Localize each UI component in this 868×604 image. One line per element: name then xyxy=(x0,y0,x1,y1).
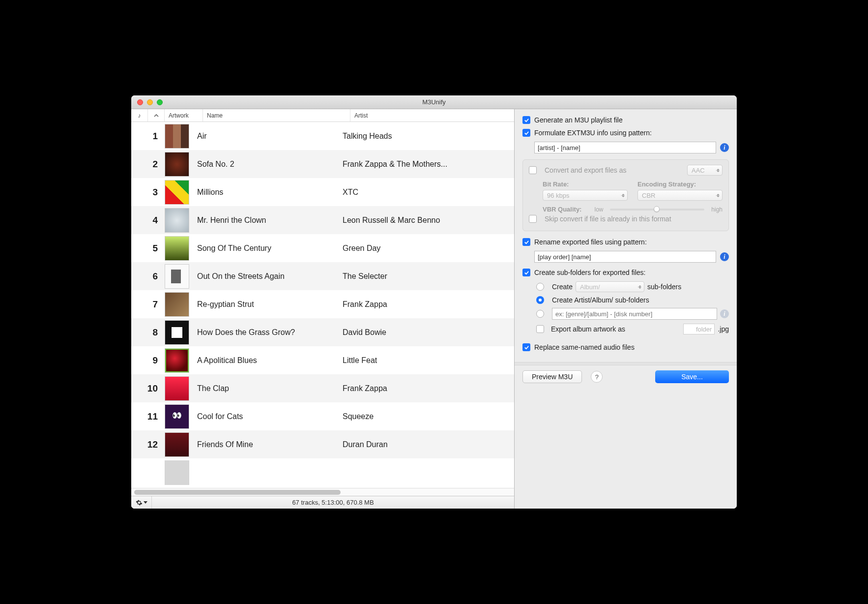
status-bar: 67 tracks, 5:13:00, 670.8 MB xyxy=(131,496,514,509)
column-sort-order[interactable] xyxy=(148,109,165,121)
track-name: Sofa No. 2 xyxy=(197,160,343,169)
table-row[interactable]: 7Re-gyptian StrutFrank Zappa xyxy=(131,290,514,318)
horizontal-scrollbar[interactable] xyxy=(131,488,514,496)
info-icon[interactable]: i xyxy=(720,143,729,152)
artwork-ext-label: .jpg xyxy=(718,325,729,333)
export-artwork-label: Export album artwork as xyxy=(551,325,625,333)
table-row[interactable]: 8How Does the Grass Grow?David Bowie xyxy=(131,318,514,346)
subfolders-label: Create sub-folders for exported files: xyxy=(534,269,645,276)
export-artwork-checkbox[interactable] xyxy=(536,325,544,333)
table-row[interactable]: 2Sofa No. 2Frank Zappa & The Mothers... xyxy=(131,150,514,178)
generate-m3u-label: Generate an M3U playlist file xyxy=(534,116,623,124)
track-number: 4 xyxy=(133,215,165,226)
table-row[interactable]: 9A Apolitical BluesLittle Feat xyxy=(131,346,514,374)
panel-divider xyxy=(515,362,737,365)
rename-label: Rename exported files using pattern: xyxy=(534,238,647,246)
skip-convert-checkbox[interactable] xyxy=(529,215,537,223)
track-artist: Talking Heads xyxy=(343,132,514,141)
gear-menu-button[interactable] xyxy=(131,496,152,509)
table-row[interactable]: 1AirTalking Heads xyxy=(131,122,514,150)
subfolder-custom-radio[interactable] xyxy=(536,310,544,318)
track-artist: David Bowie xyxy=(343,328,514,337)
track-artist: Green Day xyxy=(343,244,514,253)
column-artwork[interactable]: Artwork xyxy=(165,109,203,121)
rename-checkbox[interactable] xyxy=(522,238,530,246)
save-button[interactable]: Save... xyxy=(655,370,729,383)
album-artwork xyxy=(165,376,189,401)
extm3u-pattern-input[interactable] xyxy=(534,142,716,153)
album-artwork xyxy=(165,152,189,177)
table-row[interactable]: 12Friends Of MineDuran Duran xyxy=(131,430,514,458)
track-number: 2 xyxy=(133,159,165,170)
vbr-high-label: high xyxy=(711,206,723,213)
subfolder-type-select[interactable]: Album/ xyxy=(576,281,644,292)
titlebar: M3Unify xyxy=(131,95,737,109)
options-panel: Generate an M3U playlist file Formulate … xyxy=(515,109,737,509)
info-icon[interactable]: i xyxy=(720,309,729,318)
convert-format-select[interactable]: AAC xyxy=(687,165,723,176)
album-artwork xyxy=(165,460,189,485)
subfolder-artist-album-radio[interactable] xyxy=(536,296,544,304)
skip-convert-label: Skip convert if file is already in this … xyxy=(545,215,671,223)
track-name: How Does the Grass Grow? xyxy=(197,328,343,337)
album-artwork xyxy=(165,236,189,261)
track-number: 7 xyxy=(133,299,165,310)
strategy-select[interactable]: CBR xyxy=(637,190,723,201)
artwork-filename-input[interactable] xyxy=(683,324,715,334)
table-row[interactable]: 5Song Of The CenturyGreen Day xyxy=(131,234,514,262)
album-artwork xyxy=(165,348,189,373)
album-artwork xyxy=(165,208,189,233)
bitrate-label: Bit Rate: xyxy=(543,181,628,188)
track-name: Millions xyxy=(197,188,343,197)
help-button[interactable]: ? xyxy=(591,371,603,383)
subfolder-create-radio[interactable] xyxy=(536,283,544,291)
generate-m3u-checkbox[interactable] xyxy=(522,116,530,124)
table-row[interactable] xyxy=(131,458,514,486)
track-number: 6 xyxy=(133,271,165,282)
table-row[interactable]: 11Cool for CatsSqueeze xyxy=(131,402,514,430)
track-name: Cool for Cats xyxy=(197,412,343,421)
track-artist: Frank Zappa & The Mothers... xyxy=(343,160,514,169)
table-row[interactable]: 4Mr. Henri the ClownLeon Russell & Marc … xyxy=(131,206,514,234)
replace-checkbox[interactable] xyxy=(522,343,530,351)
album-artwork xyxy=(165,320,189,345)
track-number: 11 xyxy=(133,411,165,422)
replace-label: Replace same-named audio files xyxy=(534,343,635,351)
track-name: Friends Of Mine xyxy=(197,440,343,449)
convert-checkbox[interactable] xyxy=(529,166,537,174)
table-row[interactable]: 3MillionsXTC xyxy=(131,178,514,206)
track-name: Re-gyptian Strut xyxy=(197,300,343,309)
preview-m3u-button[interactable]: Preview M3U xyxy=(522,370,582,383)
extm3u-checkbox[interactable] xyxy=(522,129,530,137)
subfolders-checkbox[interactable] xyxy=(522,269,530,276)
track-name: A Apolitical Blues xyxy=(197,356,343,365)
status-text: 67 tracks, 5:13:00, 670.8 MB xyxy=(152,499,514,506)
album-artwork xyxy=(165,432,189,457)
window-title: M3Unify xyxy=(131,98,737,106)
track-artist: Duran Duran xyxy=(343,440,514,449)
rename-pattern-input[interactable] xyxy=(534,251,716,263)
track-name: Mr. Henri the Clown xyxy=(197,216,343,225)
table-body[interactable]: 1AirTalking Heads2Sofa No. 2Frank Zappa … xyxy=(131,122,514,488)
subfolder-custom-input[interactable] xyxy=(552,308,717,320)
vbr-low-label: low xyxy=(594,206,603,213)
track-number: 5 xyxy=(133,243,165,254)
column-name[interactable]: Name xyxy=(203,109,350,121)
app-window: M3Unify ♪ Artwork Name Artist 1AirTalkin… xyxy=(131,95,737,509)
convert-label: Convert and export files as xyxy=(545,166,627,174)
table-row[interactable]: 6Out On the Streets AgainThe Selecter xyxy=(131,262,514,290)
track-artist: The Selecter xyxy=(343,272,514,281)
vbr-slider[interactable] xyxy=(610,209,704,211)
album-artwork xyxy=(165,124,189,149)
table-row[interactable]: 10The ClapFrank Zappa xyxy=(131,374,514,402)
info-icon[interactable]: i xyxy=(720,252,729,261)
track-artist: XTC xyxy=(343,188,514,197)
track-number: 1 xyxy=(133,131,165,142)
track-artist: Little Feat xyxy=(343,356,514,365)
chevron-up-icon xyxy=(154,113,159,118)
bitrate-select[interactable]: 96 kbps xyxy=(543,190,628,201)
column-artist[interactable]: Artist xyxy=(350,109,514,121)
table-header: ♪ Artwork Name Artist xyxy=(131,109,514,122)
gear-icon xyxy=(136,499,143,506)
column-playing-icon[interactable]: ♪ xyxy=(131,109,148,121)
